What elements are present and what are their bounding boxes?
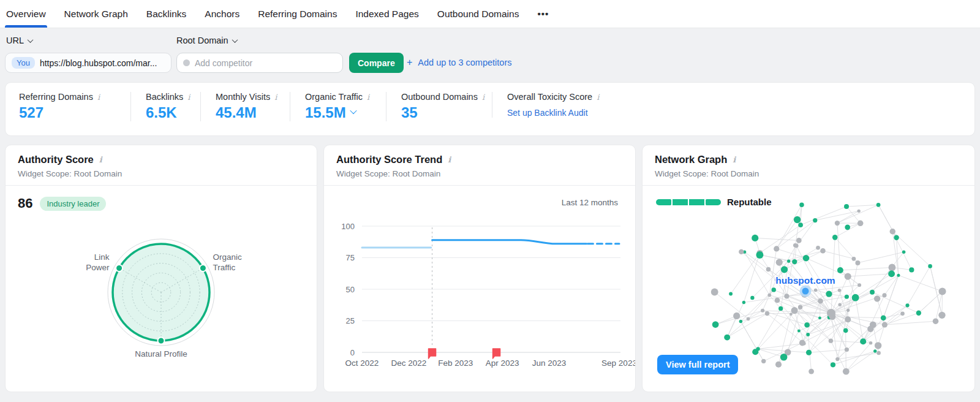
network-node[interactable] (775, 298, 780, 303)
network-node[interactable] (756, 251, 763, 259)
network-node[interactable] (882, 322, 888, 327)
network-node[interactable] (790, 313, 793, 316)
info-icon[interactable]: i (274, 93, 277, 102)
network-node[interactable] (803, 255, 810, 262)
network-node[interactable] (809, 369, 814, 374)
network-node[interactable] (814, 289, 817, 292)
network-node[interactable] (813, 218, 817, 222)
network-node[interactable] (902, 251, 906, 254)
network-node[interactable] (752, 349, 758, 355)
network-node[interactable] (747, 317, 750, 320)
network-node[interactable] (832, 235, 838, 240)
network-node[interactable] (750, 296, 754, 300)
network-node[interactable] (835, 357, 839, 361)
network-node[interactable] (711, 289, 718, 296)
more-tabs-icon[interactable]: ••• (537, 0, 549, 28)
metric-value[interactable]: 45.4M (216, 104, 275, 121)
network-node[interactable] (765, 311, 769, 316)
network-node[interactable] (712, 321, 719, 328)
network-node[interactable] (882, 293, 886, 297)
network-node[interactable] (826, 290, 832, 297)
network-node[interactable] (791, 307, 798, 314)
network-node[interactable] (845, 273, 851, 280)
center-domain-node[interactable] (802, 288, 809, 295)
network-node[interactable] (874, 295, 880, 302)
network-node[interactable] (797, 330, 801, 333)
network-node[interactable] (739, 249, 744, 254)
network-node[interactable] (860, 338, 866, 344)
tab-backlinks[interactable]: Backlinks (146, 0, 186, 28)
network-node[interactable] (928, 264, 932, 268)
network-node[interactable] (780, 354, 788, 361)
add-competitor-input[interactable]: Add competitor (176, 53, 343, 73)
setup-backlink-audit-link[interactable]: Set up Backlink Audit (507, 108, 599, 118)
network-node[interactable] (835, 221, 840, 226)
network-node[interactable] (784, 294, 789, 298)
network-node[interactable] (766, 267, 771, 271)
info-icon[interactable]: i (597, 93, 599, 102)
network-node[interactable] (843, 368, 850, 375)
network-node[interactable] (838, 303, 841, 306)
network-node[interactable] (873, 349, 876, 352)
info-icon[interactable]: i (733, 155, 736, 164)
network-node[interactable] (846, 309, 850, 312)
url-scope-dropdown[interactable]: URL (6, 36, 32, 45)
network-node[interactable] (774, 246, 779, 251)
network-node[interactable] (844, 204, 849, 209)
network-node[interactable] (858, 220, 864, 226)
network-node[interactable] (776, 259, 783, 266)
network-node[interactable] (752, 235, 758, 241)
network-node[interactable] (831, 362, 835, 367)
tab-overview[interactable]: Overview (6, 0, 46, 28)
network-node[interactable] (858, 283, 861, 287)
network-node[interactable] (778, 306, 783, 311)
info-icon[interactable]: i (448, 155, 451, 164)
network-node[interactable] (938, 312, 945, 319)
tab-referring-domains[interactable]: Referring Domains (258, 0, 337, 28)
network-node[interactable] (792, 259, 797, 264)
network-node[interactable] (733, 313, 740, 319)
network-node[interactable] (843, 328, 848, 333)
network-node[interactable] (855, 260, 860, 265)
tab-network-graph[interactable]: Network Graph (64, 0, 128, 28)
metric-value[interactable]: 35 (401, 104, 477, 121)
network-node[interactable] (798, 305, 802, 309)
metric-value[interactable]: 527 (19, 104, 116, 121)
network-node[interactable] (781, 266, 788, 273)
info-icon[interactable]: i (187, 93, 190, 102)
network-node[interactable] (905, 303, 909, 307)
network-node[interactable] (870, 290, 875, 295)
network-node[interactable] (881, 315, 886, 320)
network-node[interactable] (772, 287, 776, 292)
network-node[interactable] (742, 301, 745, 304)
root-domain-dropdown[interactable]: Root Domain (176, 36, 237, 45)
network-node[interactable] (829, 338, 833, 343)
network-node[interactable] (739, 320, 742, 323)
network-node[interactable] (837, 267, 843, 273)
network-node[interactable] (857, 210, 860, 213)
add-competitors-link[interactable]: + Add up to 3 competitors (407, 57, 512, 68)
info-icon[interactable]: i (99, 155, 102, 164)
network-node[interactable] (799, 202, 804, 207)
network-node[interactable] (838, 289, 841, 292)
network-node[interactable] (888, 270, 895, 277)
network-node[interactable] (867, 326, 873, 332)
network-node[interactable] (909, 267, 914, 272)
network-node[interactable] (845, 224, 850, 230)
network-node[interactable] (852, 294, 859, 302)
network-node[interactable] (794, 216, 801, 223)
network-node[interactable] (729, 292, 733, 296)
network-node[interactable] (761, 309, 764, 313)
network-node[interactable] (761, 359, 766, 363)
network-node[interactable] (775, 362, 782, 368)
network-node[interactable] (818, 316, 821, 319)
info-icon[interactable]: i (482, 93, 484, 102)
your-domain-input[interactable]: You https://blog.hubspot.com/mar... (5, 53, 172, 73)
compare-button[interactable]: Compare (349, 53, 404, 73)
network-node[interactable] (818, 298, 823, 304)
tab-anchors[interactable]: Anchors (205, 0, 239, 28)
network-node[interactable] (820, 248, 826, 254)
network-node[interactable] (802, 342, 806, 346)
network-node[interactable] (900, 312, 905, 316)
metric-value-dropdown[interactable]: 15.5M (305, 104, 371, 121)
